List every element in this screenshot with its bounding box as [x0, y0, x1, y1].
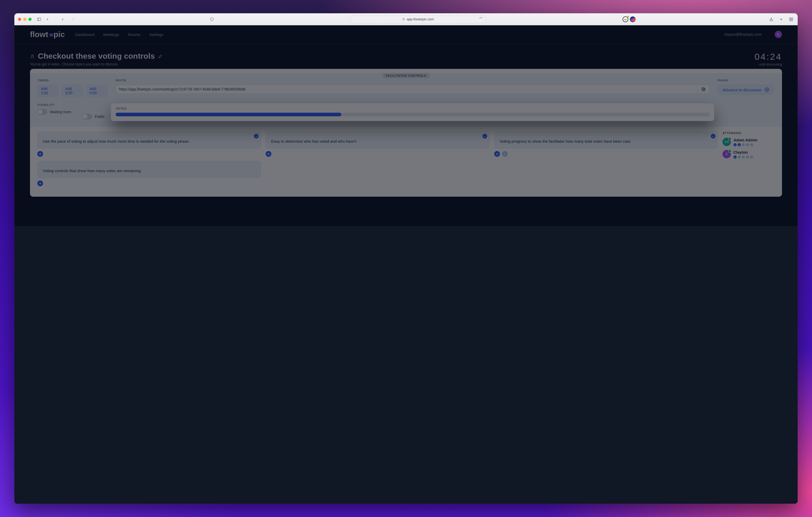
reload-icon[interactable] [479, 17, 483, 22]
brand-logo[interactable]: flowt pic [30, 30, 65, 39]
brand-text-pre: flowt [30, 30, 48, 39]
svg-rect-6 [789, 18, 791, 19]
topic-card-text: Easy to determine who has voted and who … [271, 139, 356, 144]
topic-card[interactable]: Use the pace of voting to adjust how muc… [37, 131, 261, 148]
app-navbar: flowt pic Dashboard Meetings Rooms Setti… [14, 25, 798, 44]
vote-dot [746, 143, 749, 146]
page-content: flowt pic Dashboard Meetings Rooms Setti… [14, 25, 798, 504]
lock-icon [402, 17, 405, 22]
topic-card[interactable]: Easy to determine who has voted and who … [266, 131, 489, 148]
votes-heading: VOTES [116, 107, 709, 110]
new-tab-icon[interactable] [778, 17, 784, 22]
visibility-heading: VISIBILITY [37, 103, 108, 107]
browser-titlebar: ▾ app.flowtopic.com [14, 13, 798, 25]
edit-title-icon[interactable] [158, 52, 163, 61]
voted-badge-icon [483, 134, 487, 139]
vote-dot [750, 155, 753, 159]
timing-heading: TIMING [37, 79, 108, 82]
page-title-row: Checkout these voting controls [30, 52, 163, 61]
attendee-vote-dots [733, 155, 753, 159]
votes-progress-fill [116, 113, 341, 116]
svg-rect-7 [791, 18, 793, 19]
close-window-button[interactable] [18, 18, 21, 21]
advance-phase-button[interactable]: Advance to discussion [717, 85, 775, 95]
page-subtitle: You've got 4 votes. Choose topics you wa… [30, 62, 163, 66]
zoom-window-button[interactable] [28, 18, 32, 21]
svg-rect-9 [791, 20, 793, 21]
page-title: Checkout these voting controls [38, 52, 155, 61]
topic-card-text: Voting progress to show the facilitator … [500, 139, 631, 144]
toggle-waiting-room-label: Waiting room [50, 110, 71, 114]
add-time-2[interactable]: Add 2:00 [37, 85, 59, 97]
voted-badge-icon [711, 134, 716, 139]
back-button[interactable] [60, 17, 65, 22]
facilitator-controls-label: FACILITATOR CONTROLS [382, 73, 430, 78]
toggle-public[interactable] [82, 114, 92, 119]
address-bar[interactable]: app.flowtopic.com [350, 16, 486, 23]
user-avatar[interactable]: C [775, 31, 782, 38]
vote-dot [750, 143, 753, 146]
topic-card[interactable]: Voting controls that show how many votes… [37, 161, 261, 178]
svg-rect-8 [789, 20, 791, 21]
svg-rect-2 [403, 19, 404, 20]
share-icon[interactable] [768, 17, 774, 22]
vote-dot [737, 143, 741, 146]
facilitator-panel: FACILITATOR CONTROLS TIMING Add 2:00 Add… [30, 69, 782, 197]
remove-vote-button[interactable]: － [502, 151, 508, 157]
toggle-waiting-room[interactable] [37, 109, 47, 115]
svg-rect-0 [37, 18, 41, 21]
attending-section: ATTENDING AA Adam Admin C Clayton [723, 131, 775, 186]
attendee-vote-dots [733, 143, 757, 146]
add-vote-button[interactable]: ＋ [37, 181, 43, 186]
extension-infinity-icon[interactable] [622, 17, 628, 22]
add-time-5[interactable]: Add 5:00 [86, 85, 108, 97]
add-vote-button[interactable]: ＋ [494, 151, 500, 157]
svg-rect-14 [702, 88, 704, 90]
timer-caption: until discussing [755, 62, 782, 66]
extension-globe-icon[interactable] [630, 17, 636, 22]
topic-card-text: Voting controls that show how many votes… [43, 169, 142, 173]
heading-row: Checkout these voting controls You've go… [14, 44, 798, 69]
nav-settings[interactable]: Settings [149, 32, 163, 37]
invite-heading: INVITE [116, 79, 709, 82]
user-email[interactable]: clayton@flowtopic.com [724, 32, 762, 36]
vote-dot [733, 155, 736, 159]
svg-rect-13 [703, 88, 705, 91]
add-vote-button[interactable]: ＋ [37, 151, 43, 157]
nav-links: Dashboard Meetings Rooms Settings [75, 32, 163, 37]
nav-rooms[interactable]: Rooms [128, 32, 141, 37]
sidebar-toggle-chevron-icon[interactable]: ▾ [47, 18, 48, 21]
copy-invite-button[interactable] [697, 85, 709, 94]
attendee-avatar: AA [723, 138, 731, 146]
sidebar-toggle-icon[interactable] [36, 17, 42, 22]
timer-value: 04:24 [755, 52, 782, 62]
voting-cards-area: Use the pace of voting to adjust how muc… [30, 127, 782, 191]
window-controls [18, 18, 32, 21]
votes-section: VOTES [111, 103, 714, 121]
vote-dot [737, 155, 741, 159]
attendee-row: AA Adam Admin [723, 138, 775, 146]
invite-section: INVITE https://app.flowtopic.com/meeting… [116, 79, 709, 97]
add-time-3[interactable]: Add 3:00 [62, 85, 83, 97]
facilitator-controls-band: FACILITATOR CONTROLS TIMING Add 2:00 Add… [30, 73, 782, 127]
phase-timer: 04:24 until discussing [755, 52, 782, 66]
topic-card-text: Use the pace of voting to adjust how muc… [43, 139, 190, 144]
nav-meetings[interactable]: Meetings [103, 32, 119, 37]
forward-button[interactable] [70, 17, 76, 22]
phase-section: PHASE Advance to discussion [717, 79, 775, 97]
toggle-public-label: Public [95, 115, 105, 119]
attendee-name: Adam Admin [733, 138, 757, 142]
privacy-shield-icon[interactable] [209, 17, 215, 22]
nav-dashboard[interactable]: Dashboard [75, 32, 94, 37]
vote-dot [746, 155, 749, 159]
add-vote-button[interactable]: ＋ [266, 151, 271, 157]
invite-url-field[interactable]: https://app.flowtopic.com/meetings/c71c9… [116, 85, 697, 94]
tab-overview-icon[interactable] [788, 17, 794, 22]
safari-window: ▾ app.flowtopic.com [14, 13, 798, 504]
phase-heading: PHASE [717, 79, 775, 82]
minimize-window-button[interactable] [23, 18, 26, 21]
lock-icon [30, 52, 35, 61]
topic-card[interactable]: Voting progress to show the facilitator … [494, 131, 718, 148]
toggle-public-wrap: Public [82, 114, 105, 119]
timing-section: TIMING Add 2:00 Add 3:00 Add 5:00 [37, 79, 108, 97]
